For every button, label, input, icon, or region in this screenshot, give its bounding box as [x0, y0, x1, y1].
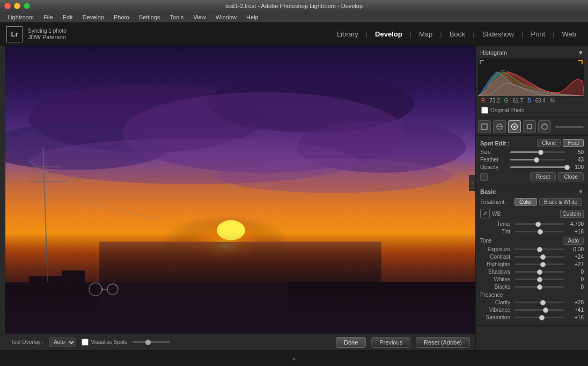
app-header: Lr Syncing 1 photo JDW Paterson Library …	[0, 23, 588, 46]
histogram-menu-icon[interactable]: ▼	[578, 49, 584, 56]
size-thumb[interactable]	[538, 150, 543, 155]
tab-library[interactable]: Library	[332, 28, 364, 40]
histogram-title: Histogram	[480, 49, 507, 56]
tool-overlay-select[interactable]: Auto	[49, 338, 76, 347]
opacity-thumb[interactable]	[564, 165, 570, 170]
reset-button[interactable]: Reset (Adobe)	[416, 337, 470, 348]
color-button[interactable]: Color	[514, 198, 537, 206]
image-container	[5, 46, 475, 334]
tool-strip-slider[interactable]	[555, 126, 584, 128]
wb-eyedropper-icon[interactable]	[480, 209, 490, 218]
size-track[interactable]	[510, 151, 565, 153]
highlights-slider[interactable]	[514, 263, 564, 265]
visualize-spots-label: Visualize Spots	[91, 339, 127, 345]
tab-slideshow[interactable]: Slideshow	[477, 28, 519, 40]
main-image[interactable]	[5, 46, 475, 334]
clarity-thumb[interactable]	[540, 300, 546, 305]
menu-view[interactable]: View	[189, 12, 210, 23]
original-photo-checkbox[interactable]	[481, 107, 488, 114]
spot-removal-tool[interactable]	[493, 120, 506, 133]
tab-print[interactable]: Print	[525, 28, 550, 40]
visualize-slider[interactable]	[133, 341, 170, 343]
minimize-button[interactable]	[14, 3, 20, 9]
tab-develop[interactable]: Develop	[370, 28, 408, 40]
size-row: Size 50	[480, 149, 584, 155]
maximize-button[interactable]	[24, 3, 30, 9]
menu-lightroom[interactable]: Lightroom	[3, 12, 38, 23]
vibrance-value: +41	[567, 307, 584, 313]
saturation-value: +16	[567, 314, 584, 320]
heal-button[interactable]: Heal	[563, 139, 584, 147]
menu-develop[interactable]: Develop	[78, 12, 108, 23]
saturation-label: Saturation	[480, 314, 512, 320]
tab-book[interactable]: Book	[444, 28, 471, 40]
whites-thumb[interactable]	[537, 277, 542, 282]
presence-section: Presence Clarity +28 Vibrance +41	[480, 292, 584, 320]
graduated-filter-icon	[541, 123, 548, 130]
menu-photo[interactable]: Photo	[109, 12, 134, 23]
basic-menu-icon[interactable]: ▼	[578, 188, 584, 195]
g-label: G	[504, 98, 509, 104]
clone-button[interactable]: Clone	[537, 139, 561, 147]
right-panel-toggle[interactable]: ›	[469, 175, 475, 191]
tint-thumb[interactable]	[538, 229, 543, 235]
tab-map[interactable]: Map	[414, 28, 438, 40]
done-button[interactable]: Done	[336, 337, 366, 348]
svg-point-31	[542, 124, 547, 129]
menu-window[interactable]: Window	[211, 12, 241, 23]
contrast-slider[interactable]	[514, 256, 564, 258]
shadows-slider[interactable]	[514, 271, 564, 273]
center-panel: Tool Overlay : Auto Visualize Spots Done…	[5, 46, 475, 350]
highlights-row: Highlights +27	[480, 261, 584, 267]
visualize-spots-checkbox[interactable]	[82, 339, 89, 346]
tint-row: Tint +18	[480, 229, 584, 235]
tint-slider[interactable]	[514, 231, 564, 232]
exposure-label: Exposure	[480, 246, 512, 252]
bw-button[interactable]: Black & White	[539, 198, 582, 206]
user-name: JDW Paterson	[28, 34, 67, 40]
previous-button[interactable]: Previous	[371, 337, 410, 348]
saturation-slider[interactable]	[514, 317, 564, 318]
tab-web[interactable]: Web	[557, 28, 582, 40]
wb-value[interactable]: Custom	[560, 210, 584, 218]
opacity-row: Opacity 100	[480, 164, 584, 170]
close-spots-button[interactable]: Close	[558, 172, 584, 181]
sync-info: Syncing 1 photo JDW Paterson	[28, 28, 67, 40]
menu-help[interactable]: Help	[242, 12, 263, 23]
menu-tools[interactable]: Tools	[165, 12, 188, 23]
highlights-thumb[interactable]	[540, 262, 546, 267]
temp-slider[interactable]	[514, 223, 564, 225]
menu-edit[interactable]: Edit	[58, 12, 77, 23]
whites-label: Whites	[480, 276, 512, 282]
saturation-thumb[interactable]	[539, 315, 545, 320]
vibrance-slider[interactable]	[514, 309, 564, 311]
crop-tool[interactable]	[478, 120, 491, 133]
temp-thumb[interactable]	[535, 222, 541, 227]
menu-settings[interactable]: Settings	[135, 12, 165, 23]
blacks-thumb[interactable]	[537, 284, 542, 290]
reset-spots-button[interactable]: Reset	[530, 172, 556, 181]
shadows-thumb[interactable]	[537, 269, 542, 275]
feather-thumb[interactable]	[534, 157, 539, 163]
contrast-thumb[interactable]	[540, 254, 546, 260]
spot-edit-icon[interactable]	[480, 173, 488, 181]
adjustment-brush-tool[interactable]	[523, 120, 536, 133]
svg-point-3	[217, 220, 245, 240]
auto-button[interactable]: Auto	[563, 237, 584, 245]
exposure-thumb[interactable]	[537, 247, 542, 252]
clarity-slider[interactable]	[514, 302, 564, 303]
graduated-filter-tool[interactable]	[538, 120, 551, 133]
tint-value: +18	[567, 229, 584, 235]
blacks-slider[interactable]	[514, 286, 564, 288]
feather-track[interactable]	[510, 159, 565, 160]
opacity-track[interactable]	[510, 166, 565, 168]
close-button[interactable]	[4, 3, 11, 9]
heal-tool[interactable]	[508, 120, 521, 133]
whites-slider[interactable]	[514, 279, 564, 280]
vibrance-thumb[interactable]	[543, 308, 548, 313]
exposure-row: Exposure 0.00	[480, 246, 584, 252]
menu-file[interactable]: File	[39, 12, 57, 23]
svg-point-10	[217, 158, 452, 193]
tint-label: Tint	[480, 229, 512, 235]
exposure-slider[interactable]	[514, 248, 564, 250]
